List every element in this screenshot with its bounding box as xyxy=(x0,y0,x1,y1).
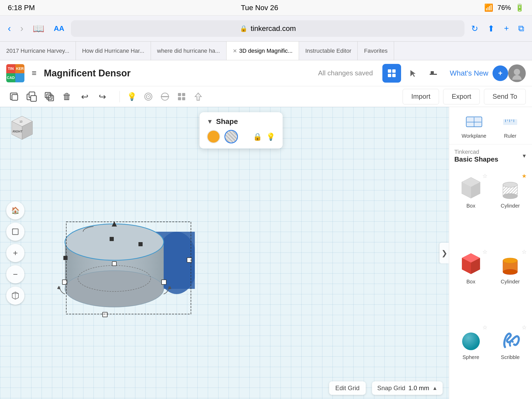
star-icon[interactable]: ☆ xyxy=(482,173,488,179)
shape-item-scribble[interactable]: ☆ Scribble xyxy=(492,322,529,396)
copy-stack-button[interactable] xyxy=(42,89,57,104)
tab-label: 3D design Magnific... xyxy=(239,48,292,54)
canvas[interactable]: RIGHT 10 🏠 + − xyxy=(0,107,449,399)
redo-button[interactable]: ↪ xyxy=(95,89,110,104)
ruler-svg xyxy=(501,112,520,131)
zoom-out-button[interactable]: − xyxy=(6,265,24,283)
view-cube-button[interactable] xyxy=(6,287,24,305)
menu-button[interactable]: ≡ xyxy=(29,68,40,78)
export-button[interactable]: Export xyxy=(443,89,480,104)
mirror-button[interactable] xyxy=(157,89,173,104)
delete-button[interactable]: 🗑 xyxy=(59,89,75,104)
shape-item-cylinder-1[interactable]: ★ Cylinder xyxy=(492,171,529,244)
star-icon[interactable]: ☆ xyxy=(522,324,527,331)
orientation-cube[interactable]: RIGHT 10 xyxy=(8,115,34,141)
svg-rect-31 xyxy=(12,229,18,235)
view-plane-button[interactable] xyxy=(424,64,443,83)
star-icon[interactable]: ☆ xyxy=(482,249,488,255)
shape-item-box-1[interactable]: ☆ Box xyxy=(452,171,490,244)
lock-shape-button[interactable]: 🔒 xyxy=(253,132,262,141)
bulb-button[interactable]: 💡 xyxy=(124,89,139,104)
tab-hurricane-3[interactable]: where did hurricane ha... xyxy=(151,42,227,60)
tab-hurricane-1[interactable]: 2017 Hurricane Harvey... xyxy=(0,42,76,60)
category-name[interactable]: Basic Shapes xyxy=(454,155,498,163)
shape-item-box-2[interactable]: ☆ Box xyxy=(452,247,490,320)
shape-item-cylinder-2[interactable]: ☆ Cylinder xyxy=(492,247,529,320)
add-user-button[interactable]: + xyxy=(493,65,508,81)
url-bar[interactable]: 🔒 tinkercad.com xyxy=(71,20,464,37)
snap-grid-control: Snap Grid 1.0 mm ▲ xyxy=(372,381,443,395)
logo-ker: KER xyxy=(15,64,24,73)
star-icon[interactable]: ☆ xyxy=(482,324,488,331)
pick-icon xyxy=(408,69,417,78)
new-tab-button[interactable]: + xyxy=(501,24,511,33)
tab-label: where did hurricane ha... xyxy=(157,48,220,54)
shape-name: Box xyxy=(467,279,475,285)
browser-bar: ‹ › 📖 AA 🔒 tinkercad.com ↻ ⬆ + ⧉ xyxy=(0,16,532,42)
ruler-tool[interactable]: Ruler xyxy=(501,112,520,139)
svg-rect-14 xyxy=(47,94,52,99)
flip-button[interactable] xyxy=(190,89,206,104)
hole-shape-button[interactable] xyxy=(224,130,238,143)
tab-close-icon[interactable]: ✕ xyxy=(233,48,237,54)
svg-point-75 xyxy=(503,194,517,199)
text-size-button[interactable]: AA xyxy=(51,24,67,33)
tab-tinkercad[interactable]: ✕ 3D design Magnific... xyxy=(227,42,299,60)
tab-instructable[interactable]: Instructable Editor xyxy=(299,42,358,60)
svg-rect-47 xyxy=(103,312,107,317)
shape-name: Cylinder xyxy=(501,279,520,285)
star-icon[interactable]: ★ xyxy=(522,173,527,179)
forward-button[interactable]: › xyxy=(18,23,26,34)
plane-icon xyxy=(429,69,438,78)
back-button[interactable]: ‹ xyxy=(5,23,14,34)
view-grid-button[interactable] xyxy=(382,64,401,83)
solid-shape-button[interactable] xyxy=(207,130,220,143)
send-to-button[interactable]: Send To xyxy=(484,89,526,104)
design-title[interactable]: Magnificent Densor xyxy=(44,68,314,79)
svg-point-42 xyxy=(65,271,164,307)
light-shape-button[interactable]: 💡 xyxy=(266,132,275,141)
main-area: RIGHT 10 🏠 + − xyxy=(0,107,532,399)
canvas-object-cylinder[interactable] xyxy=(52,206,195,317)
view-pick-button[interactable] xyxy=(403,64,422,83)
edit-grid-button[interactable]: Edit Grid xyxy=(329,381,366,395)
undo-button[interactable]: ↩ xyxy=(77,89,92,104)
avatar-icon xyxy=(510,67,523,80)
lock-icon: 🔒 xyxy=(240,25,248,32)
grid-icon xyxy=(387,69,396,78)
reload-button[interactable]: ↻ xyxy=(469,24,481,34)
tabs-button[interactable]: ⧉ xyxy=(516,24,527,33)
align-button[interactable] xyxy=(141,89,156,104)
share-button[interactable]: ⬆ xyxy=(485,24,497,34)
panel-chevron-icon[interactable]: ▼ xyxy=(207,118,213,125)
shape-item-sphere[interactable]: ☆ Sphere xyxy=(452,322,490,396)
tab-label: Instructable Editor xyxy=(305,48,351,54)
bookmarks-button[interactable]: 📖 xyxy=(30,23,47,34)
zoom-fit-button[interactable] xyxy=(6,223,24,241)
workplane-tool[interactable]: Workplane xyxy=(462,112,486,139)
battery-icon: 🔋 xyxy=(515,3,524,12)
svg-point-84 xyxy=(503,269,517,275)
copy-multi-button[interactable] xyxy=(24,89,39,104)
svg-rect-22 xyxy=(182,93,185,96)
svg-point-87 xyxy=(462,332,480,350)
category-arrow-icon[interactable]: ▼ xyxy=(522,153,527,159)
sidebar-tools: Workplane Ruler xyxy=(449,107,532,144)
copy-flat-button[interactable] xyxy=(6,89,22,104)
zoom-in-button[interactable]: + xyxy=(6,244,24,262)
tab-favorites[interactable]: Favorites xyxy=(358,42,394,60)
snap-grid-arrow[interactable]: ▲ xyxy=(432,385,437,391)
whats-new-button[interactable]: What's New xyxy=(445,64,494,83)
tab-hurricane-2[interactable]: How did Hurricane Har... xyxy=(76,42,151,60)
app-header: TIN KER CAD ≡ Magnificent Densor All cha… xyxy=(0,60,532,86)
svg-text:RIGHT: RIGHT xyxy=(12,130,23,133)
logo-cad: CAD xyxy=(6,73,15,82)
group-button[interactable] xyxy=(174,89,189,104)
user-avatar[interactable] xyxy=(508,64,526,82)
sidebar-collapse-button[interactable]: ❯ xyxy=(440,243,449,263)
ruler-icon xyxy=(501,112,520,131)
import-button[interactable]: Import xyxy=(403,89,439,104)
home-view-button[interactable]: 🏠 xyxy=(6,201,24,220)
star-icon[interactable]: ☆ xyxy=(522,249,527,255)
svg-point-7 xyxy=(512,75,522,80)
